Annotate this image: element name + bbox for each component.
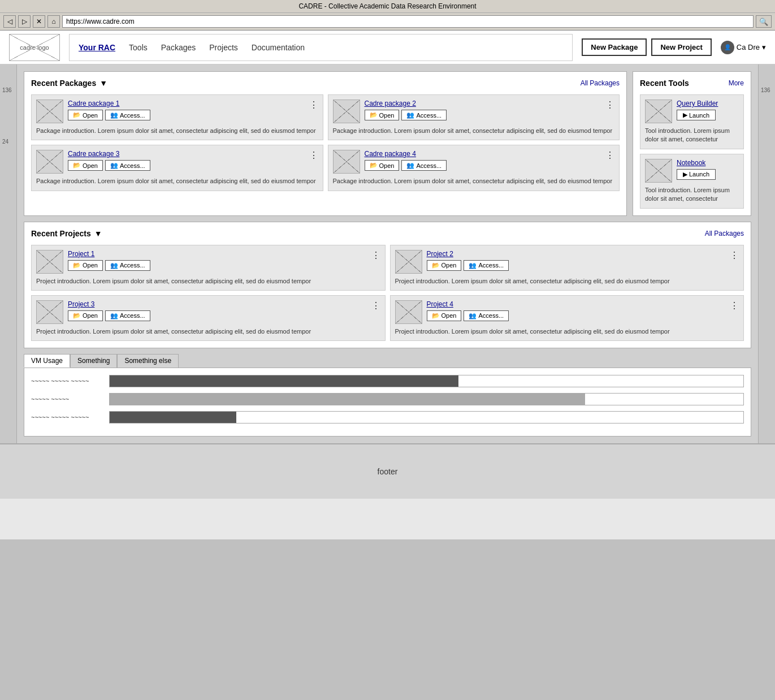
package-thumbnail-1: [36, 100, 63, 123]
logo: cadre logo: [9, 34, 60, 61]
project-title-1[interactable]: Project 1: [68, 250, 380, 258]
project-access-btn-4[interactable]: 👥 Access...: [464, 310, 509, 321]
project-card-4: Project 4 📂 Open 👥 Access...: [390, 295, 744, 341]
stop-button[interactable]: ✕: [33, 15, 45, 28]
package-desc-3: Package introduction. Lorem ipsum dolor …: [36, 177, 318, 185]
user-menu[interactable]: 👤 Ca Dre ▾: [721, 41, 766, 54]
play-icon-1: ▶: [683, 111, 687, 119]
nav-documentation[interactable]: Documentation: [252, 43, 305, 52]
project-more-btn-1[interactable]: ⋮: [371, 250, 380, 261]
tool-launch-btn-1[interactable]: ▶ Launch: [677, 110, 716, 120]
tool-title-2[interactable]: Notebook: [677, 159, 739, 167]
package-more-btn-1[interactable]: ⋮: [309, 100, 318, 110]
package-open-btn-3[interactable]: 📂 Open: [68, 160, 103, 171]
package-access-btn-2[interactable]: 👥 Access...: [401, 110, 447, 120]
project-open-btn-2[interactable]: 📂 Open: [427, 260, 462, 271]
project-access-label-1: Access...: [120, 262, 145, 269]
all-packages-link[interactable]: All Packages: [581, 79, 620, 87]
package-more-btn-4[interactable]: ⋮: [605, 150, 614, 161]
package-access-btn-1[interactable]: 👥 Access...: [105, 110, 150, 120]
package-more-btn-3[interactable]: ⋮: [309, 150, 318, 161]
tools-panel-header: Recent Tools More: [640, 79, 744, 88]
tool-desc-1: Tool introduction. Lorem ipsum dolor sit…: [645, 127, 739, 144]
project-access-btn-2[interactable]: 👥 Access...: [464, 260, 509, 271]
usage-row-2: ~~~~~ ~~~~~: [31, 393, 744, 405]
project-info-3: Project 3 📂 Open 👥 Access...: [68, 300, 380, 321]
project-title-4[interactable]: Project 4: [427, 300, 739, 308]
browser-chrome: CADRE - Collective Academic Data Researc…: [0, 0, 775, 31]
project-folder-icon-4: 📂: [432, 312, 440, 319]
tool-buttons-1: ▶ Launch: [677, 110, 739, 120]
packages-dropdown-icon[interactable]: ▼: [99, 79, 107, 88]
project-access-icon-3: 👥: [110, 312, 118, 319]
footer-text: footer: [378, 467, 398, 476]
usage-bar-fill-1: [110, 375, 458, 387]
project-open-btn-3[interactable]: 📂 Open: [68, 310, 103, 321]
package-more-btn-2[interactable]: ⋮: [605, 100, 614, 110]
package-buttons-3: 📂 Open 👥 Access...: [68, 160, 318, 171]
more-tools-link[interactable]: More: [729, 79, 744, 87]
project-title-3[interactable]: Project 3: [68, 300, 380, 308]
tab-something[interactable]: Something: [70, 354, 117, 368]
browser-title: CADRE - Collective Academic Data Researc…: [0, 0, 775, 13]
new-package-button[interactable]: New Package: [582, 38, 647, 56]
project-access-btn-3[interactable]: 👥 Access...: [105, 310, 150, 321]
project-card-header-2: Project 2 📂 Open 👥 Access...: [395, 250, 739, 274]
project-title-2[interactable]: Project 2: [427, 250, 739, 258]
vm-usage-tabs: VM Usage Something Something else: [24, 354, 751, 368]
nav-packages[interactable]: Packages: [161, 43, 196, 52]
tool-buttons-2: ▶ Launch: [677, 169, 739, 180]
tab-vm-usage[interactable]: VM Usage: [24, 354, 70, 368]
project-more-btn-4[interactable]: ⋮: [730, 300, 739, 311]
project-more-btn-3[interactable]: ⋮: [371, 300, 380, 311]
new-project-button[interactable]: New Project: [651, 38, 711, 56]
address-bar[interactable]: [62, 15, 754, 28]
tool-launch-btn-2[interactable]: ▶ Launch: [677, 169, 716, 180]
ruler-mark-24: 24: [2, 139, 16, 145]
project-card-header-4: Project 4 📂 Open 👥 Access...: [395, 300, 739, 324]
tab-something-else[interactable]: Something else: [117, 354, 179, 368]
package-open-btn-2[interactable]: 📂 Open: [365, 110, 400, 120]
package-open-btn-1[interactable]: 📂 Open: [68, 110, 103, 120]
package-open-label-1: Open: [83, 112, 98, 119]
package-title-3[interactable]: Cadre package 3: [68, 150, 318, 158]
right-ruler-mark-136: 136: [761, 87, 775, 93]
project-access-btn-1[interactable]: 👥 Access...: [105, 260, 150, 271]
package-title-4[interactable]: Cadre package 4: [365, 150, 615, 158]
project-buttons-2: 📂 Open 👥 Access...: [427, 260, 739, 271]
nav-projects[interactable]: Projects: [209, 43, 238, 52]
content-with-rulers: 136 24 Recent Packages ▼ All Packages: [0, 64, 775, 443]
project-access-icon-2: 👥: [469, 262, 477, 269]
project-buttons-1: 📂 Open 👥 Access...: [68, 260, 380, 271]
projects-dropdown-icon[interactable]: ▼: [94, 229, 102, 238]
all-projects-link[interactable]: All Packages: [705, 230, 744, 237]
header-actions: New Package New Project 👤 Ca Dre ▾: [582, 38, 766, 56]
back-button[interactable]: ◁: [3, 15, 16, 28]
project-open-label-2: Open: [441, 262, 457, 269]
folder-icon-2: 📂: [370, 111, 378, 119]
project-open-btn-1[interactable]: 📂 Open: [68, 260, 103, 271]
nav-tools[interactable]: Tools: [129, 43, 148, 52]
project-info-4: Project 4 📂 Open 👥 Access...: [427, 300, 739, 321]
home-button[interactable]: ⌂: [47, 15, 60, 28]
project-open-btn-4[interactable]: 📂 Open: [427, 310, 462, 321]
package-access-btn-3[interactable]: 👥 Access...: [105, 160, 150, 171]
usage-bar-container-3: [109, 411, 744, 424]
package-title-1[interactable]: Cadre package 1: [68, 100, 318, 107]
package-access-label-3: Access...: [120, 162, 145, 169]
package-card-3: Cadre package 3 📂 Open 👥 Acc: [31, 145, 323, 191]
project-thumbnail-4: [395, 300, 422, 324]
project-more-btn-2[interactable]: ⋮: [730, 250, 739, 261]
logo-text: cadre logo: [20, 44, 49, 51]
project-open-label-4: Open: [441, 312, 457, 319]
nav-your-rac[interactable]: Your RAC: [79, 43, 115, 52]
search-button[interactable]: 🔍: [756, 15, 772, 28]
project-folder-icon-2: 📂: [432, 262, 440, 269]
package-access-btn-4[interactable]: 👥 Access...: [401, 160, 447, 171]
tools-panel-title: Recent Tools: [640, 79, 689, 88]
package-open-btn-4[interactable]: 📂 Open: [365, 160, 400, 171]
forward-button[interactable]: ▷: [18, 15, 31, 28]
tool-title-1[interactable]: Query Builder: [677, 100, 739, 107]
project-card-header-1: Project 1 📂 Open 👥 Access...: [36, 250, 380, 274]
package-title-2[interactable]: Cadre package 2: [365, 100, 615, 107]
